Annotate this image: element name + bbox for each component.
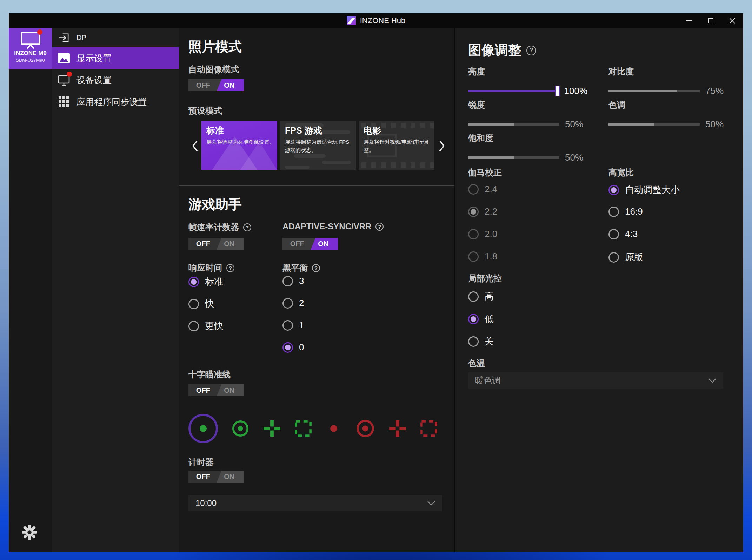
- toggle-on-label: ON: [214, 384, 244, 396]
- app-sync-grid-icon: [58, 96, 70, 108]
- preset-cards: 标准 屏幕将调整为标准图像设置。 FPS 游戏: [201, 121, 434, 170]
- gamma-option-2-4[interactable]: 2.4: [468, 184, 497, 195]
- sidebar-item-label: 应用程序同步设置: [76, 96, 147, 108]
- sidebar-item-display-settings[interactable]: 显示设置: [52, 47, 179, 69]
- desktop-background: INZONE Hub INZONE: [0, 0, 752, 560]
- input-source-icon: [58, 32, 70, 44]
- local-dimming-option-off[interactable]: 关: [468, 335, 494, 348]
- radio-circle: [468, 229, 479, 239]
- picture-adjustment-heading: 图像调整 ?: [468, 41, 536, 59]
- device-name: INZONE M9: [14, 50, 47, 57]
- color-temp-label: 色温: [468, 358, 485, 369]
- radio-circle: [608, 185, 619, 195]
- help-icon[interactable]: ?: [243, 223, 251, 231]
- toggle-on-label: ON: [214, 471, 244, 483]
- response-time-option-faster[interactable]: 更快: [188, 320, 223, 332]
- hue-slider[interactable]: [608, 123, 700, 126]
- gamma-option-2-2[interactable]: 2.2: [468, 206, 497, 217]
- gamma-option-1-8[interactable]: 1.8: [468, 251, 497, 262]
- aspect-option-auto-resize[interactable]: 自动调整大小: [608, 184, 680, 196]
- aspect-option-4-3[interactable]: 4:3: [608, 229, 638, 239]
- device-settings-icon: [58, 74, 70, 86]
- saturation-slider[interactable]: [468, 156, 559, 159]
- sidebar-device-column: INZONE M9 SDM-U27M90: [9, 28, 52, 552]
- display-settings-panel: 照片模式 自动图像模式 OFF ON 预设模式: [179, 28, 454, 552]
- radio-circle: [468, 184, 479, 195]
- saturation-slider-group: 饱和度 50%: [468, 133, 587, 163]
- radio-circle: [608, 207, 619, 217]
- crosshair-option-green-circle-dot[interactable]: [231, 419, 250, 438]
- frame-rate-counter-toggle[interactable]: OFF ON: [188, 238, 244, 250]
- hue-slider-group: 色调 50%: [608, 99, 728, 130]
- local-dimming-option-low[interactable]: 低: [468, 313, 494, 325]
- local-dimming-option-high[interactable]: 高: [468, 290, 494, 303]
- minimize-icon: [686, 20, 692, 21]
- app-title: INZONE Hub: [360, 16, 406, 25]
- toggle-on-label: ON: [214, 238, 244, 250]
- preset-mode-label: 预设模式: [188, 105, 222, 116]
- black-equalizer-option-0[interactable]: 0: [282, 342, 304, 353]
- contrast-value: 75%: [705, 86, 724, 96]
- help-icon[interactable]: ?: [312, 264, 320, 272]
- radio-circle: [282, 320, 293, 331]
- crosshair-option-green-brackets[interactable]: [294, 419, 312, 438]
- timer-duration-dropdown[interactable]: 10:00: [188, 495, 442, 511]
- crosshair-option-red-plus[interactable]: [388, 419, 407, 438]
- carousel-prev-button[interactable]: [192, 139, 201, 153]
- radio-circle: [608, 252, 619, 263]
- toggle-off-label: OFF: [188, 238, 218, 250]
- sidebar-item-app-sync-settings[interactable]: 应用程序同步设置: [52, 91, 179, 113]
- gamma-option-2-0[interactable]: 2.0: [468, 229, 497, 239]
- preset-card-fps-game[interactable]: FPS 游戏 屏幕将调整为最适合玩 FPS 游戏的状态。: [280, 121, 356, 170]
- sidebar-device-tile[interactable]: INZONE M9 SDM-U27M90: [9, 28, 52, 69]
- monitor-icon: [19, 31, 42, 49]
- black-equalizer-option-2[interactable]: 2: [282, 298, 304, 309]
- sidebar-item-device-settings[interactable]: 设备设置: [52, 69, 179, 91]
- crosshair-option-green-dot-selected[interactable]: [188, 414, 218, 443]
- contrast-slider[interactable]: [608, 90, 700, 92]
- sharpness-slider[interactable]: [468, 123, 559, 126]
- color-temp-value: 暖色调: [475, 375, 500, 386]
- minimize-button[interactable]: [678, 13, 700, 28]
- aspect-ratio-label: 高宽比: [608, 167, 634, 178]
- sidebar-item-label: DP: [76, 34, 86, 42]
- preset-card-desc: 屏幕将调整为标准图像设置。: [206, 138, 276, 146]
- slider-thumb[interactable]: [555, 86, 560, 96]
- crosshair-option-red-dot[interactable]: [325, 420, 342, 437]
- crosshair-option-red-circle-dot[interactable]: [355, 418, 375, 439]
- preset-card-movie[interactable]: 电影 屏幕将针对视频/电影进行调整。: [359, 121, 434, 170]
- maximize-button[interactable]: [700, 13, 721, 28]
- black-equalizer-option-1[interactable]: 1: [282, 320, 304, 331]
- preset-card-standard[interactable]: 标准 屏幕将调整为标准图像设置。: [201, 121, 277, 170]
- color-temp-dropdown[interactable]: 暖色调: [468, 372, 723, 389]
- help-icon[interactable]: ?: [526, 46, 536, 55]
- notification-dot: [37, 29, 42, 35]
- preset-card-title: FPS 游戏: [285, 125, 322, 136]
- close-button[interactable]: [721, 13, 743, 28]
- black-equalizer-option-3[interactable]: 3: [282, 276, 304, 286]
- help-icon[interactable]: ?: [375, 223, 384, 231]
- aspect-option-original[interactable]: 原版: [608, 251, 643, 263]
- radio-circle: [282, 276, 293, 286]
- section-divider: [179, 185, 454, 186]
- crosshair-option-green-plus[interactable]: [263, 419, 281, 438]
- timer-label: 计时器: [188, 457, 214, 468]
- crosshair-option-red-brackets[interactable]: [420, 419, 438, 438]
- adaptive-sync-toggle[interactable]: OFF ON: [282, 238, 338, 250]
- timer-toggle[interactable]: OFF ON: [188, 471, 244, 483]
- window-controls: [678, 13, 743, 28]
- brightness-slider[interactable]: [468, 90, 559, 92]
- game-assist-heading: 游戏助手: [188, 196, 242, 214]
- carousel-next-button[interactable]: [438, 139, 447, 153]
- sidebar-item-dp-input[interactable]: DP: [52, 28, 179, 47]
- device-model: SDM-U27M90: [16, 58, 45, 63]
- response-time-option-standard[interactable]: 标准: [188, 276, 223, 288]
- settings-gear-icon[interactable]: [21, 524, 38, 540]
- timer-duration-value: 10:00: [195, 498, 217, 508]
- response-time-option-fast[interactable]: 快: [188, 298, 214, 310]
- auto-picture-mode-toggle[interactable]: OFF ON: [188, 79, 244, 91]
- crosshair-toggle[interactable]: OFF ON: [188, 384, 244, 396]
- help-icon[interactable]: ?: [226, 264, 234, 272]
- picture-adjustment-panel: 图像调整 ? 亮度 100% 对比度: [455, 28, 743, 552]
- aspect-option-16-9[interactable]: 16:9: [608, 206, 643, 217]
